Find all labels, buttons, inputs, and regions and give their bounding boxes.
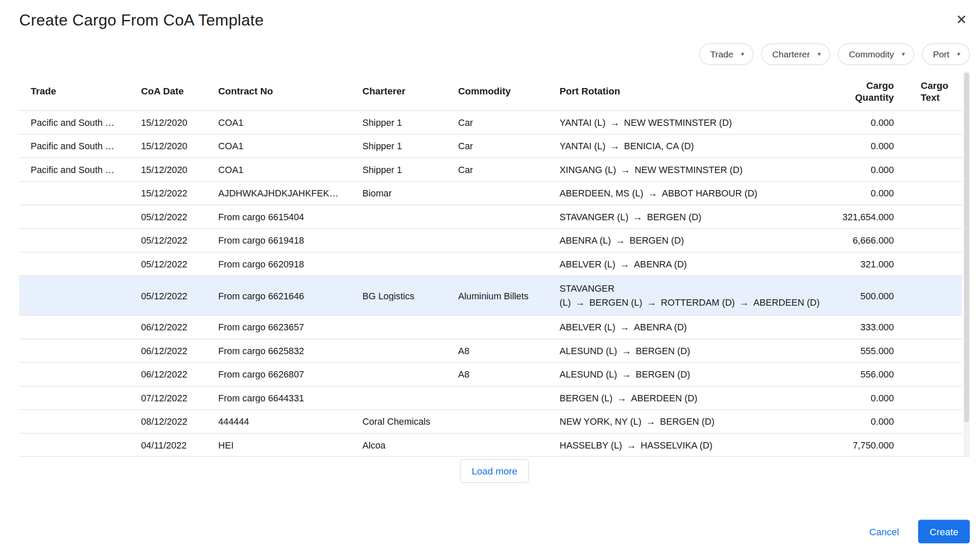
coa-template-table: Trade CoA Date Contract No Charterer Com… — [19, 71, 970, 457]
filter-bar: Trade ▾ Charterer ▾ Commodity ▾ Port ▾ — [699, 43, 970, 65]
port-name: BERGEN (D) — [635, 369, 690, 380]
table-row[interactable]: 05/12/2022 From cargo 6620918 ABELVER (L… — [19, 253, 962, 276]
table-row[interactable]: Pacific and South … 15/12/2020 COA1 Ship… — [19, 158, 962, 182]
cell-contract-no: From cargo 6621646 — [207, 290, 351, 301]
port-segment: →NEW WESTMINSTER (D) — [605, 117, 732, 128]
arrow-right-icon: → — [610, 117, 620, 128]
port-segment: →BERGEN (D) — [611, 236, 684, 246]
arrow-right-icon: → — [647, 297, 657, 308]
cell-trade: Pacific and South … — [19, 117, 130, 128]
col-port-rotation: Port Rotation — [548, 85, 820, 97]
filter-trade[interactable]: Trade ▾ — [699, 43, 754, 65]
col-line: Text — [921, 91, 963, 103]
col-cargo-text: Cargo Text — [897, 79, 963, 103]
col-contract-no: Contract No — [207, 85, 351, 97]
caret-down-icon: ▾ — [902, 51, 905, 57]
create-button[interactable]: Create — [918, 520, 970, 544]
cell-port-rotation: STAVANGER (L)→BERGEN (D) — [548, 210, 820, 224]
cell-cargo-quantity: 0.000 — [820, 393, 897, 403]
arrow-right-icon: → — [739, 297, 749, 308]
arrow-right-icon: → — [621, 345, 631, 356]
port-name: ABENRA (D) — [634, 322, 687, 332]
cancel-button[interactable]: Cancel — [869, 526, 899, 537]
table-row[interactable]: 05/12/2022 From cargo 6619418 ABENRA (L)… — [19, 229, 962, 253]
cell-contract-no: COA1 — [207, 141, 351, 151]
arrow-right-icon: → — [627, 440, 636, 451]
col-line: Cargo — [820, 79, 894, 91]
arrow-right-icon: → — [633, 211, 643, 222]
port-name: BERGEN (D) — [647, 212, 701, 222]
cell-contract-no: From cargo 6619418 — [207, 236, 351, 246]
table-row[interactable]: 06/12/2022 From cargo 6625832 A8 ALESUND… — [19, 339, 962, 363]
cell-contract-no: 444444 — [207, 417, 351, 427]
table-row[interactable]: 07/12/2022 From cargo 6644331 BERGEN (L)… — [19, 386, 962, 410]
col-charterer: Charterer — [351, 85, 447, 97]
port-name: ALESUND (L) — [560, 346, 617, 356]
arrow-right-icon: → — [646, 416, 656, 427]
port-name: ABENRA (D) — [634, 259, 687, 269]
port-name: NEW YORK, NY (L) — [560, 417, 642, 427]
port-name: ABERDEEN (D) — [753, 297, 820, 307]
cell-port-rotation: HASSELBY (L)→HASSELVIKA (D) — [548, 438, 820, 452]
arrow-right-icon: → — [610, 140, 620, 151]
caret-down-icon: ▾ — [741, 51, 744, 57]
table-row[interactable]: 05/12/2022 From cargo 6615404 STAVANGER … — [19, 205, 962, 229]
arrow-right-icon: → — [617, 392, 627, 403]
table-row[interactable]: Pacific and South … 15/12/2020 COA1 Ship… — [19, 111, 962, 135]
port-segment: →NEW WESTMINSTER (D) — [616, 165, 742, 175]
port-segment: →BENICIA, CA (D) — [605, 141, 694, 151]
cell-cargo-quantity: 555.000 — [820, 346, 897, 356]
port-name: ABERDEEN, MS (L) — [560, 188, 644, 199]
port-segment: →ABENRA (D) — [615, 322, 687, 332]
arrow-right-icon: → — [575, 297, 585, 308]
cell-cargo-quantity: 321,654.000 — [820, 212, 897, 222]
port-name: BERGEN (L) — [590, 297, 643, 307]
close-icon[interactable]: ✕ — [951, 9, 972, 31]
cell-contract-no: AJDHWKAJHDKJAHKFEK… — [207, 188, 351, 199]
cell-port-rotation: ALESUND (L)→BERGEN (D) — [548, 367, 820, 381]
cell-coa-date: 06/12/2022 — [130, 322, 207, 332]
port-name: BERGEN (D) — [630, 236, 684, 246]
cell-coa-date: 15/12/2020 — [130, 117, 207, 128]
col-trade: Trade — [19, 85, 130, 97]
arrow-right-icon: → — [615, 235, 625, 246]
cell-charterer: Coral Chemicals — [351, 417, 447, 427]
cell-cargo-quantity: 333.000 — [820, 322, 897, 332]
port-name: ABELVER (L) — [560, 259, 615, 269]
cell-coa-date: 15/12/2022 — [130, 188, 207, 199]
cell-charterer: BG Logistics — [351, 290, 447, 301]
cell-cargo-quantity: 7,750.000 — [820, 440, 897, 450]
dialog-title: Create Cargo From CoA Template — [19, 11, 264, 30]
cell-trade: Pacific and South … — [19, 141, 130, 151]
table-row[interactable]: 06/12/2022 From cargo 6623657 ABELVER (L… — [19, 316, 962, 340]
table-row-selected[interactable]: 05/12/2022 From cargo 6621646 BG Logisti… — [19, 276, 962, 316]
table-row[interactable]: 06/12/2022 From cargo 6626807 A8 ALESUND… — [19, 363, 962, 387]
cell-charterer: Shipper 1 — [351, 141, 447, 151]
port-segment: →ABBOT HARBOUR (D) — [644, 188, 758, 199]
scrollbar-thumb[interactable] — [964, 73, 969, 422]
load-more-button[interactable]: Load more — [460, 459, 529, 483]
port-segment: →BERGEN (L) — [571, 297, 642, 307]
port-segment: →ROTTERDAM (D) — [642, 297, 735, 307]
table-row[interactable]: 04/11/2022 HEI Alcoa HASSELBY (L)→HASSEL… — [19, 434, 962, 457]
filter-port-label: Port — [933, 49, 949, 60]
cell-port-rotation: NEW YORK, NY (L)→BERGEN (D) — [548, 415, 820, 429]
table-row[interactable]: Pacific and South … 15/12/2020 COA1 Ship… — [19, 135, 962, 159]
filter-commodity-label: Commodity — [849, 49, 894, 60]
table-row[interactable]: 08/12/2022 444444 Coral Chemicals NEW YO… — [19, 410, 962, 434]
vertical-scrollbar[interactable] — [963, 71, 970, 457]
port-name: BERGEN (D) — [660, 417, 715, 427]
cell-contract-no: From cargo 6644331 — [207, 393, 351, 403]
port-name: NEW WESTMINSTER (D) — [635, 165, 743, 175]
filter-commodity[interactable]: Commodity ▾ — [838, 43, 914, 65]
filter-port[interactable]: Port ▾ — [922, 43, 970, 65]
table-row[interactable]: 15/12/2022 AJDHWKAJHDKJAHKFEK… Biomar AB… — [19, 182, 962, 206]
port-name: ALESUND (L) — [560, 369, 617, 380]
cell-commodity: A8 — [447, 369, 548, 380]
port-segment: →ABERDEEN (D) — [612, 393, 697, 403]
filter-charterer[interactable]: Charterer ▾ — [761, 43, 830, 65]
cell-port-rotation: XINGANG (L)→NEW WESTMINSTER (D) — [548, 163, 820, 177]
cell-port-rotation: YANTAI (L)→BENICIA, CA (D) — [548, 139, 820, 153]
cell-commodity: A8 — [447, 346, 548, 356]
cell-cargo-quantity: 0.000 — [820, 417, 897, 427]
